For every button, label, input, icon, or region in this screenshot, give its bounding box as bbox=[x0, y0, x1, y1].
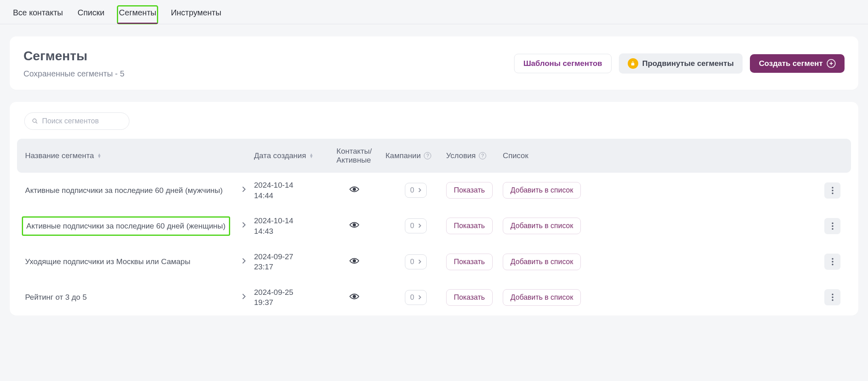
tab-segments[interactable]: Сегменты bbox=[117, 6, 158, 24]
campaigns-count: 0 bbox=[410, 222, 414, 230]
created-date: 2024-10-1414:43 bbox=[254, 216, 293, 236]
campaigns-count: 0 bbox=[410, 186, 414, 195]
page-header: Сегменты Сохраненные сегменты - 5 Шаблон… bbox=[10, 36, 858, 90]
create-segment-button[interactable]: Создать сегмент + bbox=[750, 54, 845, 73]
page-title: Сегменты bbox=[23, 49, 125, 64]
kebab-icon bbox=[832, 222, 834, 230]
chevron-right-icon[interactable] bbox=[242, 258, 246, 266]
svg-point-17 bbox=[832, 299, 833, 301]
show-conditions-button[interactable]: Показать bbox=[446, 218, 493, 234]
table-body: Активные подписчики за последние 60 дней… bbox=[17, 173, 851, 315]
campaigns-pill[interactable]: 0 bbox=[405, 254, 427, 269]
kebab-icon bbox=[832, 294, 834, 301]
svg-point-11 bbox=[832, 258, 833, 260]
svg-point-2 bbox=[353, 188, 356, 190]
svg-point-7 bbox=[832, 222, 833, 224]
saved-segments-count: Сохраненные сегменты - 5 bbox=[23, 69, 125, 78]
search-input-wrapper[interactable] bbox=[24, 112, 129, 130]
sort-icon[interactable]: ▲▼ bbox=[309, 153, 313, 158]
advanced-segments-label: Продвинутые сегменты bbox=[642, 59, 734, 68]
svg-point-3 bbox=[832, 187, 833, 188]
svg-line-1 bbox=[36, 122, 37, 123]
advanced-segments-button[interactable]: Продвинутые сегменты bbox=[619, 53, 743, 74]
table-header: Название сегмента ▲▼ Дата создания ▲▼ Ко… bbox=[17, 139, 851, 173]
chevron-right-icon[interactable] bbox=[242, 293, 246, 302]
svg-point-6 bbox=[353, 224, 356, 226]
col-segment-name[interactable]: Название сегмента bbox=[25, 151, 94, 160]
add-to-list-button[interactable]: Добавить в список bbox=[503, 218, 581, 234]
col-contacts-l1: Контакты/ bbox=[337, 147, 372, 156]
svg-point-5 bbox=[832, 193, 833, 194]
tab-all-contacts[interactable]: Все контакты bbox=[11, 6, 65, 24]
eye-icon[interactable] bbox=[349, 258, 359, 266]
eye-icon[interactable] bbox=[349, 222, 359, 230]
svg-point-10 bbox=[353, 260, 356, 262]
segment-templates-label: Шаблоны сегментов bbox=[523, 59, 602, 68]
plus-icon: + bbox=[827, 59, 836, 68]
svg-point-8 bbox=[832, 225, 833, 227]
add-to-list-button[interactable]: Добавить в список bbox=[503, 254, 581, 270]
eye-icon[interactable] bbox=[349, 293, 359, 302]
search-input[interactable] bbox=[42, 117, 122, 125]
created-date: 2024-10-1414:44 bbox=[254, 180, 293, 201]
sort-icon[interactable]: ▲▼ bbox=[97, 153, 101, 158]
add-to-list-button[interactable]: Добавить в список bbox=[503, 289, 581, 306]
segment-name[interactable]: Уходящие подписчики из Москвы или Самары bbox=[25, 257, 191, 266]
chevron-right-icon bbox=[418, 222, 421, 230]
chevron-right-icon[interactable] bbox=[242, 186, 246, 195]
svg-point-9 bbox=[832, 228, 833, 230]
svg-point-13 bbox=[832, 264, 833, 265]
chevron-right-icon bbox=[418, 186, 421, 195]
eye-icon[interactable] bbox=[349, 186, 359, 195]
segment-templates-button[interactable]: Шаблоны сегментов bbox=[514, 54, 612, 73]
show-conditions-button[interactable]: Показать bbox=[446, 289, 493, 306]
kebab-icon bbox=[832, 258, 834, 265]
created-date: 2024-09-2519:37 bbox=[254, 287, 293, 308]
create-segment-label: Создать сегмент bbox=[759, 59, 823, 68]
svg-point-15 bbox=[832, 294, 833, 295]
lock-icon bbox=[628, 58, 638, 69]
col-list: Список bbox=[503, 151, 528, 160]
table-row: Активные подписчики за последние 60 дней… bbox=[17, 173, 851, 208]
svg-point-4 bbox=[832, 190, 833, 191]
campaigns-pill[interactable]: 0 bbox=[405, 183, 427, 198]
svg-point-14 bbox=[353, 295, 356, 298]
campaigns-pill[interactable]: 0 bbox=[405, 290, 427, 305]
svg-point-16 bbox=[832, 296, 833, 298]
table-row: Активные подписчики за последние 60 дней… bbox=[17, 208, 851, 244]
segment-name[interactable]: Активные подписчики за последние 60 дней… bbox=[25, 186, 222, 195]
svg-point-0 bbox=[33, 119, 36, 123]
segment-name[interactable]: Активные подписчики за последние 60 дней… bbox=[26, 222, 226, 230]
chevron-right-icon[interactable] bbox=[242, 222, 246, 230]
chevron-right-icon bbox=[418, 293, 421, 302]
row-actions-menu[interactable] bbox=[824, 254, 840, 270]
table-row: Рейтинг от 3 до 5 2024-09-2519:37 0 Пока… bbox=[17, 280, 851, 315]
created-date: 2024-09-2723:17 bbox=[254, 252, 293, 272]
col-campaigns: Кампании bbox=[385, 151, 421, 160]
tab-lists[interactable]: Списки bbox=[76, 6, 106, 24]
svg-point-12 bbox=[832, 261, 833, 262]
col-created-date[interactable]: Дата создания bbox=[254, 151, 306, 160]
campaigns-count: 0 bbox=[410, 258, 414, 266]
top-tabs: Все контакты Списки Сегменты Инструменты bbox=[0, 0, 868, 24]
help-icon[interactable]: ? bbox=[424, 152, 431, 159]
search-icon bbox=[32, 118, 38, 124]
table-row: Уходящие подписчики из Москвы или Самары… bbox=[17, 244, 851, 280]
segment-name[interactable]: Рейтинг от 3 до 5 bbox=[25, 293, 87, 301]
campaigns-pill[interactable]: 0 bbox=[405, 218, 427, 233]
segments-table-card: Название сегмента ▲▼ Дата создания ▲▼ Ко… bbox=[10, 102, 858, 315]
row-actions-menu[interactable] bbox=[824, 182, 840, 199]
help-icon[interactable]: ? bbox=[479, 152, 486, 159]
row-actions-menu[interactable] bbox=[824, 218, 840, 234]
chevron-right-icon bbox=[418, 258, 421, 266]
tab-tools[interactable]: Инструменты bbox=[169, 6, 223, 24]
campaigns-count: 0 bbox=[410, 293, 414, 302]
show-conditions-button[interactable]: Показать bbox=[446, 254, 493, 270]
col-conditions: Условия bbox=[446, 151, 476, 160]
show-conditions-button[interactable]: Показать bbox=[446, 182, 493, 199]
col-contacts-l2: Активные bbox=[337, 156, 372, 165]
kebab-icon bbox=[832, 187, 834, 194]
row-actions-menu[interactable] bbox=[824, 289, 840, 305]
add-to-list-button[interactable]: Добавить в список bbox=[503, 182, 581, 199]
